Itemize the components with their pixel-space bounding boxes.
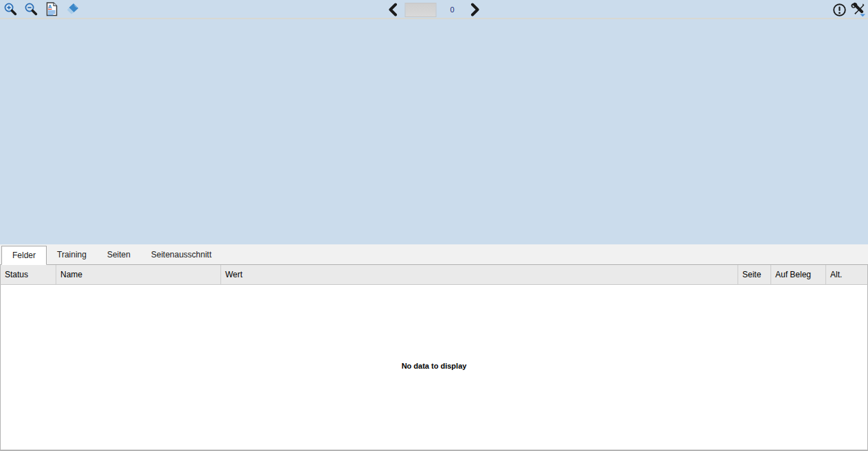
toolbar: A <box>0 0 868 19</box>
page-navigator: 0 <box>387 0 482 19</box>
zoom-out-icon <box>24 2 38 16</box>
tools-icon <box>850 2 867 18</box>
document-viewer <box>0 19 868 244</box>
document-text-button[interactable]: A <box>44 1 59 17</box>
exclamation-circle-icon <box>832 3 847 17</box>
tab-seiten[interactable]: Seiten <box>97 246 141 264</box>
bottom-panel: Felder Training Seiten Seitenausschnitt … <box>0 244 868 451</box>
chevron-left-icon <box>387 3 400 16</box>
tools-menu-button[interactable] <box>851 1 866 18</box>
tab-bar: Felder Training Seiten Seitenausschnitt <box>0 244 868 265</box>
column-header-name[interactable]: Name <box>56 265 221 284</box>
zoom-in-icon <box>3 2 18 16</box>
next-page-button[interactable] <box>468 3 482 16</box>
document-capture-app: A <box>0 0 868 451</box>
highlighter-icon <box>65 2 80 16</box>
warnings-button[interactable] <box>832 1 847 18</box>
zoom-in-button[interactable] <box>3 1 18 17</box>
svg-text:A: A <box>48 3 52 10</box>
tab-seitenausschnitt[interactable]: Seitenausschnitt <box>141 246 222 264</box>
column-header-auf-beleg[interactable]: Auf Beleg <box>771 265 826 284</box>
document-text-icon: A <box>46 2 58 16</box>
highlighter-button[interactable] <box>65 1 80 17</box>
page-number-input[interactable] <box>405 3 437 17</box>
column-header-wert[interactable]: Wert <box>221 265 738 284</box>
empty-table-message: No data to display <box>1 362 867 370</box>
page-count-label: 0 <box>437 5 468 14</box>
column-header-alt[interactable]: Alt. <box>826 265 867 284</box>
tab-training[interactable]: Training <box>47 246 97 264</box>
toolbar-right-group <box>832 0 866 19</box>
tab-felder[interactable]: Felder <box>1 246 47 265</box>
chevron-right-icon <box>469 3 481 16</box>
column-header-seite[interactable]: Seite <box>738 265 771 284</box>
zoom-out-button[interactable] <box>23 1 38 17</box>
fields-table-header: Status Name Wert Seite Auf Beleg Alt. <box>0 265 868 285</box>
toolbar-left-group: A <box>0 1 80 17</box>
previous-page-button[interactable] <box>387 3 400 16</box>
column-header-status[interactable]: Status <box>1 265 56 284</box>
fields-table-body: No data to display <box>0 285 868 451</box>
